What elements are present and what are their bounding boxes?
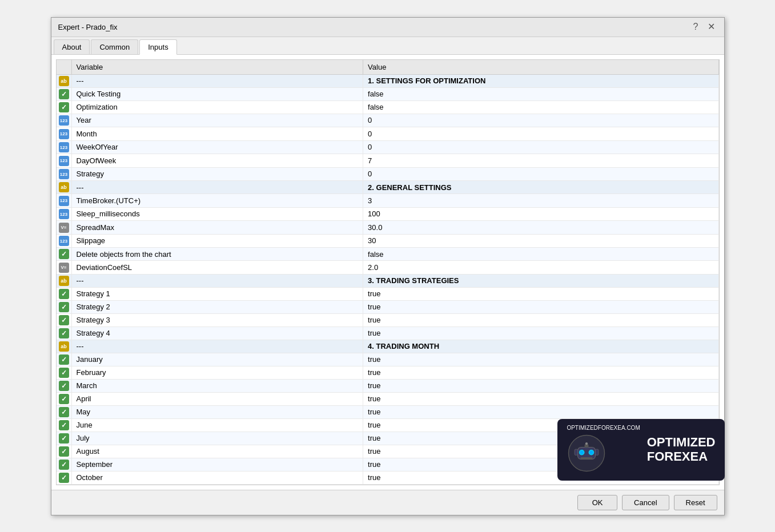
row-value: false: [363, 248, 718, 261]
row-value: 3: [363, 194, 718, 208]
table-row[interactable]: ✓Quick Testingfalse: [57, 87, 719, 100]
row-variable: July: [71, 432, 363, 445]
table-row[interactable]: ab---4. TRADING MONTH: [57, 340, 719, 353]
row-value: true: [363, 300, 718, 313]
row-icon: ✓: [57, 353, 72, 366]
table-row[interactable]: 123Year0: [57, 114, 719, 127]
row-icon: ✓: [57, 287, 72, 300]
row-value: 2. GENERAL SETTINGS: [363, 181, 718, 194]
row-variable: ---: [71, 340, 363, 353]
table-row[interactable]: V=SpreadMax30.0: [57, 221, 719, 235]
row-variable: Sleep_milliseconds: [71, 207, 363, 221]
row-value: true: [363, 458, 718, 471]
table-row[interactable]: ✓Julytrue: [57, 432, 719, 445]
table-row[interactable]: ✓Strategy 4true: [57, 327, 719, 340]
table-row[interactable]: ✓Junetrue: [57, 418, 719, 432]
row-variable: August: [71, 445, 363, 458]
row-value: false: [363, 100, 718, 114]
close-button[interactable]: ✕: [705, 22, 717, 31]
col-value: Value: [363, 60, 718, 75]
table-row[interactable]: 123Month0: [57, 127, 719, 141]
table-row[interactable]: ab---2. GENERAL SETTINGS: [57, 181, 719, 194]
row-variable: Slippage: [71, 234, 363, 248]
cancel-button[interactable]: Cancel: [622, 495, 669, 510]
row-value: true: [363, 366, 718, 379]
row-icon: ab: [57, 274, 72, 287]
table-row[interactable]: ✓Januarytrue: [57, 353, 719, 366]
row-value: 4. TRADING MONTH: [363, 340, 718, 353]
row-variable: ---: [71, 74, 363, 87]
table-row[interactable]: ab---3. TRADING STRATEGIES: [57, 274, 719, 287]
table-row[interactable]: ✓Februarytrue: [57, 366, 719, 379]
row-icon: ab: [57, 340, 72, 353]
row-value: 7: [363, 154, 718, 168]
row-variable: October: [71, 471, 363, 484]
row-value: true: [363, 405, 718, 418]
row-icon: ✓: [57, 418, 72, 432]
row-icon: 123: [57, 154, 72, 168]
table-row[interactable]: 123TimeBroker.(UTC+)3: [57, 194, 719, 208]
col-variable: Variable: [71, 60, 363, 75]
row-value: true: [363, 287, 718, 300]
col-icon: [57, 60, 72, 75]
table-row[interactable]: ✓Delete objects from the chartfalse: [57, 248, 719, 261]
tab-inputs[interactable]: Inputs: [139, 39, 176, 55]
table-row[interactable]: ✓Strategy 1true: [57, 287, 719, 300]
table-row[interactable]: ✓Maytrue: [57, 405, 719, 418]
row-icon: ✓: [57, 87, 72, 100]
table-row[interactable]: 123DayOfWeek7: [57, 154, 719, 168]
table-row[interactable]: ✓Octobertrue: [57, 471, 719, 484]
row-value: 1. SETTINGS FOR OPTIMIZATION: [363, 74, 718, 87]
row-variable: SpreadMax: [71, 221, 363, 235]
row-value: 0: [363, 167, 718, 181]
variables-table: Variable Value ab---1. SETTINGS FOR OPTI…: [57, 60, 719, 485]
table-row[interactable]: 123Slippage30: [57, 234, 719, 248]
table-row[interactable]: ✓Augusttrue: [57, 445, 719, 458]
window-controls: ? ✕: [691, 22, 717, 31]
row-icon: 123: [57, 127, 72, 141]
table-row[interactable]: 123Strategy0: [57, 167, 719, 181]
row-value: true: [363, 327, 718, 340]
row-value: 3. TRADING STRATEGIES: [363, 274, 718, 287]
row-icon: 123: [57, 140, 72, 154]
table-row[interactable]: ✓Apriltrue: [57, 392, 719, 405]
row-icon: ✓: [57, 248, 72, 261]
tab-about[interactable]: About: [54, 39, 90, 54]
table-row[interactable]: ✓Strategy 2true: [57, 300, 719, 313]
row-icon: 123: [57, 167, 72, 181]
row-variable: DayOfWeek: [71, 154, 363, 168]
row-value: false: [363, 87, 718, 100]
row-variable: June: [71, 418, 363, 432]
row-icon: ✓: [57, 445, 72, 458]
row-variable: Strategy 1: [71, 287, 363, 300]
help-button[interactable]: ?: [691, 22, 701, 31]
row-icon: ab: [57, 181, 72, 194]
row-variable: Strategy 2: [71, 300, 363, 313]
reset-button[interactable]: Reset: [674, 495, 717, 510]
table-row[interactable]: 123Sleep_milliseconds100: [57, 207, 719, 221]
table-row[interactable]: 123WeekOfYear0: [57, 140, 719, 154]
row-value: 0: [363, 114, 718, 127]
row-icon: ✓: [57, 313, 72, 327]
table-row[interactable]: V=DeviationCoefSL2.0: [57, 261, 719, 275]
table-container[interactable]: Variable Value ab---1. SETTINGS FOR OPTI…: [56, 59, 720, 485]
table-row[interactable]: ✓Marchtrue: [57, 379, 719, 392]
main-window: Expert - Prado_fix ? ✕ About Common Inpu…: [51, 17, 725, 515]
ok-button[interactable]: OK: [577, 495, 617, 510]
row-value: 0: [363, 140, 718, 154]
tab-bar: About Common Inputs: [51, 37, 724, 55]
table-row[interactable]: ✓Strategy 3true: [57, 313, 719, 327]
row-value: 30.0: [363, 221, 718, 235]
tab-common[interactable]: Common: [91, 39, 138, 54]
row-value: 30: [363, 234, 718, 248]
row-variable: Strategy: [71, 167, 363, 181]
row-variable: April: [71, 392, 363, 405]
row-icon: ✓: [57, 392, 72, 405]
table-row[interactable]: ✓Optimizationfalse: [57, 100, 719, 114]
table-row[interactable]: ab---1. SETTINGS FOR OPTIMIZATION: [57, 74, 719, 87]
row-variable: March: [71, 379, 363, 392]
table-row[interactable]: ✓Septembertrue: [57, 458, 719, 471]
row-value: 2.0: [363, 261, 718, 275]
row-icon: ✓: [57, 327, 72, 340]
row-variable: Strategy 3: [71, 313, 363, 327]
